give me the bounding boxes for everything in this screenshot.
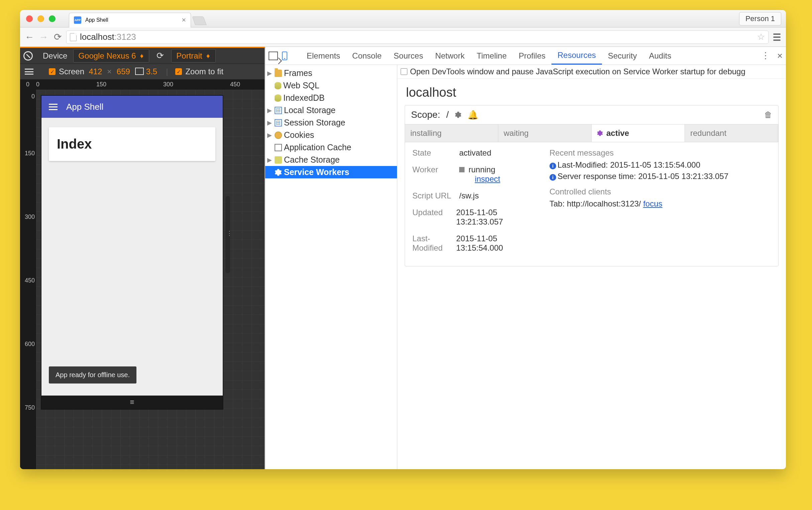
x-sep: × [105,67,114,76]
maximize-window-icon[interactable] [49,16,56,22]
state-tab-active[interactable]: active [592,124,685,142]
tree-local-storage[interactable]: ▶Local Storage [265,104,397,116]
settings-gear-icon[interactable] [455,111,461,118]
worker-value: running inspect [459,165,500,184]
message-text: Last-Modified: 2015-11-05 13:15:54.000 [558,160,700,169]
hamburger-icon[interactable] [49,104,58,110]
updated-label: Updated [412,208,449,227]
minimize-window-icon[interactable] [37,16,44,22]
worker-inspect-link[interactable]: inspect [475,174,500,183]
tab-audits[interactable]: Audits [643,47,677,64]
state-label: State [412,148,452,158]
ruler-v-450: 450 [25,277,35,284]
toggle-device-icon[interactable] [282,52,287,60]
app-title: App Shell [66,102,103,112]
browser-tab[interactable]: APP App Shell × [69,13,191,27]
orientation-select[interactable]: Portrait ▲▼ [171,49,215,63]
dpr-value[interactable]: 3.5 [146,67,157,76]
sw-props: Stateactivated Worker running inspect Sc… [412,148,539,260]
message-row: iLast-Modified: 2015-11-05 13:15:54.000 [549,160,771,170]
tab-sources[interactable]: Sources [388,47,429,64]
service-worker-detail: Open DevTools window and pause JavaScrip… [397,65,786,469]
tab-network[interactable]: Network [429,47,471,64]
ruler-origin: 0 [26,81,29,88]
device-toolbar-2: ✓ Screen 412 × 659 3.5 | ✓ Zoom to fit [20,64,265,80]
tree-label: Application Cache [284,143,352,152]
lastmod-label: Last-Modified [412,234,449,253]
bookmark-icon[interactable]: ☆ [757,32,765,42]
profile-button[interactable]: Person 1 [739,12,781,25]
state-tab-redundant[interactable]: redundant [685,124,778,142]
client-url: Tab: http://localhost:3123/ [549,199,643,208]
device-select[interactable]: Google Nexus 6 ▲▼ [73,49,149,63]
tab-title: App Shell [85,17,108,23]
swap-icon[interactable] [25,68,33,75]
dpr-icon [136,68,144,75]
gear-icon [275,169,282,176]
state-tab-active-label: active [606,129,629,138]
reload-button[interactable]: ⟳ [52,31,63,42]
devtools-menu-icon[interactable]: ⋮ [761,51,770,61]
ruler-v-600: 600 [25,341,35,348]
bell-icon[interactable]: 🔔 [468,110,478,120]
forward-button[interactable]: → [38,32,49,42]
device-viewport: 0 0 150 300 450 0 150 300 450 600 750 [20,80,265,469]
ruler-v-0: 0 [31,93,35,100]
screen-group: ✓ Screen 412 × 659 [49,67,130,76]
tree-indexeddb[interactable]: IndexedDB [265,92,397,104]
tree-cache-storage[interactable]: ▶Cache Storage [265,153,397,166]
pause-label: Open DevTools window and pause JavaScrip… [410,67,746,76]
back-button[interactable]: ← [24,32,35,42]
chevron-updown-icon: ▲▼ [206,55,211,57]
tab-console[interactable]: Console [346,47,388,64]
address-input[interactable]: localhost:3123 ☆ [66,30,769,44]
screen-height[interactable]: 659 [117,67,130,76]
client-row: Tab: http://localhost:3123/ focus [549,199,771,208]
tree-label: Service Workers [284,167,350,177]
sw-state-tabs: installing waiting active redundant [405,124,778,142]
app-header: App Shell [41,96,223,118]
tab-elements[interactable]: Elements [301,47,346,64]
tab-profiles[interactable]: Profiles [513,47,551,64]
devtools-close-icon[interactable]: × [777,51,783,61]
tree-cookies[interactable]: ▶Cookies [265,129,397,141]
device-mode-panel: Device Google Nexus 6 ▲▼ ⟳ Portrait ▲▼ ✓… [20,47,265,469]
close-window-icon[interactable] [26,16,33,22]
trash-icon[interactable]: 🗑 [764,110,772,119]
tree-label: Web SQL [283,81,320,90]
tree-label: Cache Storage [284,155,340,165]
chrome-menu-icon[interactable] [772,32,782,42]
ruler-horizontal: 0 150 300 450 [36,80,265,90]
tree-session-storage[interactable]: ▶Session Storage [265,116,397,129]
tab-resources[interactable]: Resources [551,47,602,64]
url-port: :3123 [114,32,136,42]
origin-title: localhost [397,79,786,104]
devtools-body: ▶Frames Web SQL IndexedDB ▶Local Storage… [265,65,786,469]
orientation-value: Portrait [176,51,202,61]
pause-on-start-option[interactable]: Open DevTools window and pause JavaScrip… [397,65,786,79]
pause-checkbox[interactable] [401,68,407,75]
scope-value: / [446,109,449,120]
screen-checkbox[interactable]: ✓ [49,68,56,75]
screen-label: Screen [59,67,84,76]
screen-width[interactable]: 412 [89,67,102,76]
rotate-icon[interactable]: ⟳ [156,51,164,61]
state-tab-waiting[interactable]: waiting [498,124,592,142]
tree-label: IndexedDB [283,93,325,103]
tree-frames[interactable]: ▶Frames [265,67,397,79]
client-focus-link[interactable]: focus [643,199,662,208]
new-tab-button[interactable] [192,17,206,25]
state-tab-installing[interactable]: installing [405,124,498,142]
tab-timeline[interactable]: Timeline [471,47,513,64]
inspect-element-icon[interactable] [269,52,278,60]
scrollbar[interactable] [225,196,230,273]
tab-security[interactable]: Security [602,47,643,64]
close-tab-icon[interactable]: × [182,16,186,24]
content-card: Index [49,127,215,161]
tree-app-cache[interactable]: Application Cache [265,141,397,153]
tree-service-workers[interactable]: Service Workers [265,166,397,178]
sw-messages: Recent messages iLast-Modified: 2015-11-… [549,148,771,260]
tree-websql[interactable]: Web SQL [265,79,397,92]
no-throttling-icon[interactable] [23,51,33,61]
zoom-checkbox[interactable]: ✓ [175,68,182,75]
